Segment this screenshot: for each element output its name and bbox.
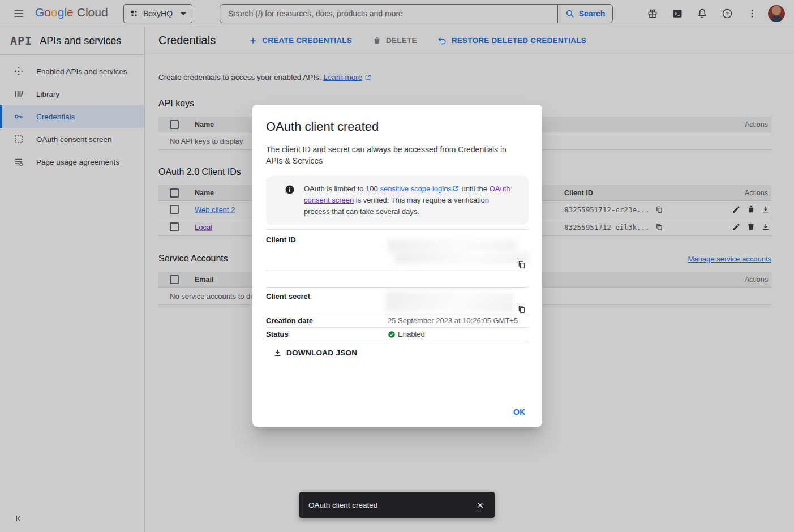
copy-icon: [517, 305, 526, 314]
notice-part: OAuth is limited to 100: [304, 185, 380, 193]
notice-text: OAuth is limited to 100 sensitive scope …: [304, 183, 514, 217]
dialog-description: The client ID and secret can always be a…: [266, 144, 515, 166]
ok-button[interactable]: OK: [504, 402, 535, 422]
download-json-label: DOWNLOAD JSON: [286, 349, 357, 357]
copy-icon: [517, 260, 526, 269]
copy-client-id-button[interactable]: [517, 260, 526, 269]
info-icon: [285, 185, 295, 217]
download-json-button[interactable]: DOWNLOAD JSON: [273, 349, 357, 357]
snackbar: OAuth client created: [299, 492, 495, 518]
client-id-label: Client ID: [266, 235, 388, 244]
client-id-redacted: [388, 239, 517, 252]
client-secret-label: Client secret: [266, 292, 388, 301]
verification-notice: OAuth is limited to 100 sensitive scope …: [266, 176, 529, 225]
copy-client-secret-button[interactable]: [517, 305, 526, 314]
external-link-icon: [452, 185, 459, 192]
client-id-redacted: [395, 251, 529, 264]
download-icon: [273, 349, 282, 357]
status-row: Status Enabled: [266, 328, 529, 341]
spacer-row: [266, 271, 529, 288]
oauth-client-created-dialog: OAuth client created The client ID and s…: [252, 105, 542, 427]
snackbar-close-button[interactable]: [473, 497, 488, 513]
google-cloud-console: Google Cloud BoxyHQ Search: [0, 0, 794, 532]
sensitive-scope-logins-link[interactable]: sensitive scope logins: [380, 185, 451, 193]
creation-date-label: Creation date: [266, 316, 388, 325]
creation-date-value: 25 September 2023 at 10:26:05 GMT+5: [388, 316, 518, 325]
check-circle-icon: [388, 331, 396, 338]
client-secret-redacted: [386, 292, 514, 312]
status-badge: Enabled: [388, 330, 425, 338]
status-label: Status: [266, 330, 388, 338]
creation-date-row: Creation date 25 September 2023 at 10:26…: [266, 314, 529, 328]
dialog-title: OAuth client created: [266, 119, 529, 134]
snackbar-message: OAuth client created: [308, 501, 377, 509]
notice-part: until the: [460, 185, 490, 193]
close-icon: [476, 501, 484, 509]
status-value: Enabled: [398, 330, 425, 338]
